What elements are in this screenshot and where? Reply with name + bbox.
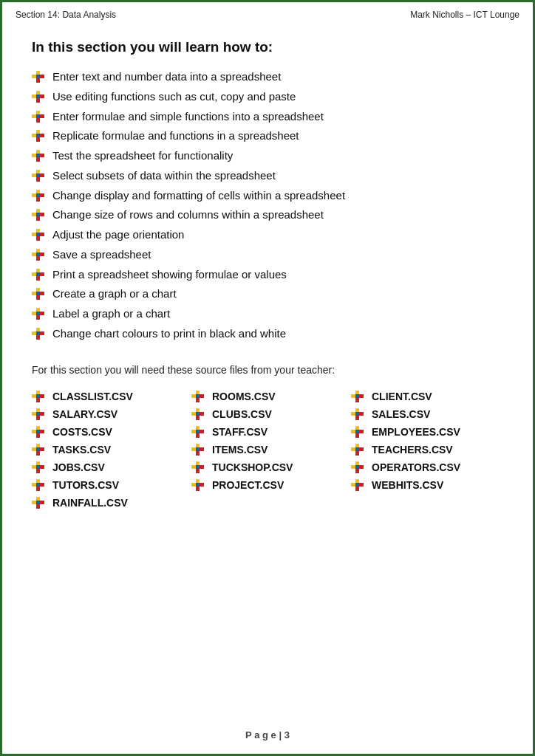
learn-item-text: Save a spreadsheet <box>52 247 151 263</box>
section-title: In this section you will learn how to: <box>32 39 503 55</box>
file-item: STAFF.CSV <box>191 425 344 439</box>
plus-icon <box>191 478 208 492</box>
plus-icon <box>32 478 48 492</box>
plus-icon <box>32 148 48 163</box>
file-item: TUTORS.CSV <box>32 478 184 492</box>
learn-list: Enter text and number data into a spread… <box>32 69 503 342</box>
plus-icon <box>32 69 48 84</box>
learn-list-item: Enter formulae and simple functions into… <box>32 109 503 125</box>
file-item: SALES.CSV <box>351 407 503 422</box>
file-item: EMPLOYEES.CSV <box>351 425 503 439</box>
learn-list-item: Label a graph or a chart <box>32 306 503 322</box>
file-name: EMPLOYEES.CSV <box>372 426 460 438</box>
file-name: JOBS.CSV <box>52 461 105 473</box>
learn-list-item: Change size of rows and columns within a… <box>32 207 503 223</box>
files-col-1: CLASSLIST.CSVSALARY.CSVCOSTS.CSVTASKS.CS… <box>32 389 184 513</box>
learn-list-item: Enter text and number data into a spread… <box>32 69 503 85</box>
learn-list-item: Change chart colours to print in black a… <box>32 326 503 342</box>
page-footer: P a g e | 3 <box>2 729 533 740</box>
plus-icon <box>32 227 48 242</box>
plus-icon <box>351 478 367 492</box>
plus-icon <box>32 425 48 439</box>
learn-list-item: Change display and formatting of cells w… <box>32 188 503 204</box>
file-item: WEBHITS.CSV <box>351 478 503 492</box>
file-name: OPERATORS.CSV <box>372 461 460 473</box>
plus-icon <box>32 306 48 321</box>
learn-list-item: Use editing functions such as cut, copy … <box>32 89 503 105</box>
file-item: TASKS.CSV <box>32 442 184 457</box>
file-item: CLASSLIST.CSV <box>32 389 184 404</box>
file-item: ITEMS.CSV <box>191 442 344 457</box>
plus-icon <box>32 188 48 203</box>
learn-item-text: Test the spreadsheet for functionality <box>52 148 233 164</box>
learn-list-item: Print a spreadsheet showing formulae or … <box>32 267 503 283</box>
learn-item-text: Enter text and number data into a spread… <box>52 69 281 85</box>
plus-icon <box>32 267 48 282</box>
plus-icon <box>32 128 48 143</box>
file-item: TUCKSHOP.CSV <box>191 460 344 475</box>
file-name: TEACHERS.CSV <box>372 444 453 456</box>
page: Section 14: Data Analysis Mark Nicholls … <box>0 0 535 756</box>
plus-icon <box>32 89 48 104</box>
file-name: STAFF.CSV <box>212 426 268 438</box>
plus-icon <box>191 442 208 457</box>
learn-list-item: Test the spreadsheet for functionality <box>32 148 503 164</box>
learn-item-text: Adjust the page orientation <box>52 227 184 243</box>
learn-item-text: Enter formulae and simple functions into… <box>52 109 324 125</box>
file-name: SALES.CSV <box>372 408 430 420</box>
learn-list-item: Save a spreadsheet <box>32 247 503 263</box>
header-left: Section 14: Data Analysis <box>16 10 116 20</box>
page-content: In this section you will learn how to: E… <box>2 24 533 535</box>
plus-icon <box>32 460 48 475</box>
file-name: ITEMS.CSV <box>212 444 268 456</box>
file-name: TUTORS.CSV <box>52 479 119 491</box>
plus-icon <box>351 389 367 404</box>
learn-item-text: Label a graph or a chart <box>52 306 170 322</box>
files-col-3: CLIENT.CSVSALES.CSVEMPLOYEES.CSVTEACHERS… <box>351 389 503 513</box>
files-col-2: ROOMS.CSVCLUBS.CSVSTAFF.CSVITEMS.CSVTUCK… <box>191 389 344 513</box>
file-name: COSTS.CSV <box>52 426 112 438</box>
file-item: PROJECT.CSV <box>191 478 344 492</box>
learn-item-text: Change display and formatting of cells w… <box>52 188 345 204</box>
file-name: RAINFALL.CSV <box>52 497 128 509</box>
file-name: TUCKSHOP.CSV <box>212 461 293 473</box>
file-name: CLIENT.CSV <box>372 391 432 402</box>
file-name: CLASSLIST.CSV <box>52 391 133 402</box>
file-item: RAINFALL.CSV <box>32 495 184 510</box>
plus-icon <box>191 389 208 404</box>
plus-icon <box>32 442 48 457</box>
plus-icon <box>32 109 48 124</box>
learn-item-text: Use editing functions such as cut, copy … <box>52 89 296 105</box>
plus-icon <box>32 407 48 422</box>
plus-icon <box>32 495 48 510</box>
file-item: OPERATORS.CSV <box>351 460 503 475</box>
file-item: ROOMS.CSV <box>191 389 344 404</box>
page-number: P a g e | 3 <box>245 729 290 740</box>
source-text: For this section you will need these sou… <box>32 364 503 376</box>
file-name: TASKS.CSV <box>52 444 111 456</box>
file-item: COSTS.CSV <box>32 425 184 439</box>
files-grid: CLASSLIST.CSVSALARY.CSVCOSTS.CSVTASKS.CS… <box>32 389 503 513</box>
file-name: WEBHITS.CSV <box>372 479 443 491</box>
file-name: PROJECT.CSV <box>212 479 284 491</box>
learn-item-text: Print a spreadsheet showing formulae or … <box>52 267 287 283</box>
file-item: CLIENT.CSV <box>351 389 503 404</box>
plus-icon <box>351 442 367 457</box>
file-name: ROOMS.CSV <box>212 391 276 402</box>
plus-icon <box>351 407 367 422</box>
file-item: SALARY.CSV <box>32 407 184 422</box>
learn-list-item: Adjust the page orientation <box>32 227 503 243</box>
learn-item-text: Select subsets of data within the spread… <box>52 168 276 184</box>
plus-icon <box>191 425 208 439</box>
file-item: JOBS.CSV <box>32 460 184 475</box>
plus-icon <box>351 460 367 475</box>
learn-item-text: Replicate formulae and functions in a sp… <box>52 128 299 144</box>
plus-icon <box>32 247 48 262</box>
plus-icon <box>32 168 48 183</box>
learn-item-text: Change chart colours to print in black a… <box>52 326 286 342</box>
learn-list-item: Create a graph or a chart <box>32 286 503 302</box>
plus-icon <box>191 407 208 422</box>
plus-icon <box>32 326 48 341</box>
plus-icon <box>32 207 48 222</box>
file-item: CLUBS.CSV <box>191 407 344 422</box>
